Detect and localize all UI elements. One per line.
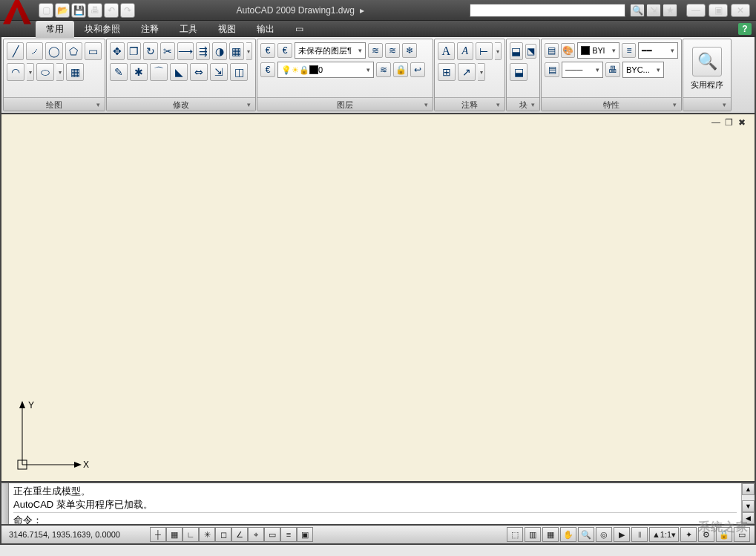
leader-icon[interactable]: ↗ (458, 63, 476, 81)
layer-states-icon[interactable]: € (277, 43, 292, 58)
layer-off-icon[interactable]: ≋ (376, 62, 391, 77)
doc-restore-icon[interactable]: ❐ (725, 117, 735, 128)
anno-scale-icon[interactable]: ⦀ (631, 527, 648, 542)
mirror-icon[interactable]: ◑ (212, 42, 227, 60)
qview-icon[interactable]: ▦ (542, 527, 559, 542)
grid-icon[interactable]: ▦ (166, 527, 183, 542)
tab-tools[interactable]: 工具 (169, 21, 208, 38)
fillet-icon[interactable]: ⌒ (150, 63, 168, 81)
create-block-icon[interactable]: ⬔ (525, 44, 536, 59)
linetype-combo[interactable]: ─── (562, 62, 603, 78)
block-edit-icon[interactable]: ⬓ (510, 63, 527, 81)
ducs-icon[interactable]: ⌖ (248, 527, 264, 542)
polygon-icon[interactable]: ⬠ (65, 42, 82, 60)
osnap-icon[interactable]: ◻ (215, 527, 231, 542)
showmotion-icon[interactable]: ▶ (614, 527, 630, 542)
save-icon[interactable]: 💾 (71, 3, 86, 18)
arc-icon[interactable]: ◠ (7, 63, 24, 81)
measure-icon[interactable]: 🔍 (692, 47, 722, 76)
favorites-icon[interactable]: ★ (663, 4, 677, 17)
plotstyle-combo[interactable]: BYC... (622, 62, 664, 78)
qp-icon[interactable]: ▣ (297, 527, 313, 542)
panel-properties-title[interactable]: 特性 (542, 97, 681, 111)
maximize-button[interactable]: ▣ (709, 4, 728, 17)
ellipse-dropdown[interactable]: ▾ (56, 63, 64, 81)
match-prop-icon[interactable]: 🎨 (561, 43, 575, 58)
snap-icon[interactable]: ┼ (150, 527, 166, 542)
panel-layers-title[interactable]: 图层 (257, 97, 433, 111)
scroll-track[interactable] (742, 495, 755, 500)
layer-iso-icon[interactable]: ≋ (368, 43, 383, 58)
anno-scale-value[interactable]: ▲ 1:1▾ (649, 527, 679, 542)
command-window[interactable]: 正在重生成模型。 AutoCAD 菜单实用程序已加载。 命令： ▲ ▼ ◀ (0, 483, 756, 526)
new-file-icon[interactable]: ▢ (39, 3, 53, 18)
erase-icon[interactable]: ✎ (110, 63, 128, 81)
command-prompt[interactable]: 命令： (13, 514, 737, 524)
table-icon[interactable]: ⊞ (438, 63, 456, 81)
open-file-icon[interactable]: 📂 (55, 3, 70, 18)
layer-filter-combo[interactable]: 未保存的图层¶ (295, 42, 366, 59)
dimension-icon[interactable]: ⊢ (476, 42, 493, 60)
ortho-icon[interactable]: ∟ (183, 527, 199, 542)
panel-annotation-title[interactable]: 注释 (435, 97, 504, 111)
panel-modify-title[interactable]: 修改 (107, 97, 255, 111)
array-icon[interactable]: ▦ (229, 42, 244, 60)
layer-freeze-icon[interactable]: ❄ (402, 43, 417, 58)
command-scrollbar[interactable]: ▲ ▼ ◀ (741, 483, 755, 524)
panel-block-title[interactable]: 块 (507, 97, 539, 111)
ellipse-icon[interactable]: ⬭ (36, 63, 54, 81)
panel-utilities-title[interactable] (683, 97, 731, 111)
copy-icon[interactable]: ❐ (127, 42, 142, 60)
pan-icon[interactable]: ✋ (560, 527, 576, 542)
polar-icon[interactable]: ✳ (199, 527, 215, 542)
print-icon[interactable]: 🖶 (88, 3, 102, 18)
offset-icon[interactable]: ⇶ (196, 42, 211, 60)
rectangle-icon[interactable]: ▭ (85, 42, 102, 60)
command-text[interactable]: 正在重生成模型。 AutoCAD 菜单实用程序已加载。 命令： (9, 483, 741, 524)
text-icon[interactable]: A (457, 42, 474, 60)
command-grip-icon[interactable] (1, 483, 9, 524)
arc-dropdown[interactable]: ▾ (27, 63, 34, 81)
minimize-button[interactable]: — (686, 4, 706, 17)
circle-icon[interactable]: ◯ (45, 42, 62, 60)
anno-vis-icon[interactable]: ✦ (680, 527, 697, 542)
stretch-icon[interactable]: ⇔ (190, 63, 208, 81)
rotate-icon[interactable]: ↻ (143, 42, 158, 60)
insert-block-icon[interactable]: ⬓ (510, 42, 523, 60)
join-icon[interactable]: ◫ (230, 63, 248, 81)
close-button[interactable]: ✕ (731, 4, 750, 17)
lwt-icon[interactable]: ≡ (280, 527, 297, 542)
layer-uniso-icon[interactable]: ≋ (385, 43, 400, 58)
tab-output[interactable]: 输出 (246, 21, 285, 38)
layer-prop-icon[interactable]: € (260, 43, 275, 58)
comm-center-icon[interactable]: ⇲ (646, 4, 661, 17)
color-combo[interactable]: BYl (577, 42, 619, 59)
tab-blocks[interactable]: 块和参照 (74, 21, 131, 38)
scroll-up-icon[interactable]: ▲ (742, 483, 755, 495)
redo-icon[interactable]: ↷ (120, 3, 135, 18)
tab-view[interactable]: 视图 (208, 21, 246, 38)
dyn-icon[interactable]: ▭ (264, 527, 280, 542)
undo-icon[interactable]: ↶ (104, 3, 119, 18)
scroll-down-icon[interactable]: ▼ (742, 500, 755, 512)
linetype-icon[interactable]: ≡ (622, 43, 636, 58)
properties-icon[interactable]: ▤ (545, 43, 559, 58)
layout-icon[interactable]: ▥ (525, 527, 541, 542)
layer-combo[interactable]: 💡☀🔒 0 (277, 62, 374, 78)
coordinates-display[interactable]: 3146.7154, 1935.1639, 0.0000 (1, 530, 150, 539)
tab-extra-icon[interactable]: ▭ (285, 22, 314, 36)
tab-common[interactable]: 常用 (36, 21, 74, 38)
array-dropdown[interactable]: ▾ (246, 42, 252, 60)
move-icon[interactable]: ✥ (110, 42, 125, 60)
plot-style-icon[interactable]: 🖶 (605, 62, 620, 77)
line-icon[interactable]: ╱ (7, 42, 24, 60)
layer-match-icon[interactable]: € (260, 62, 275, 77)
zoom-icon[interactable]: 🔍 (578, 527, 594, 542)
panel-draw-title[interactable]: 绘图 (4, 97, 105, 111)
polyline-icon[interactable]: ⟋ (26, 42, 43, 60)
lineweight-combo[interactable]: ━━ (638, 42, 678, 59)
help-icon[interactable]: ? (738, 23, 752, 35)
scale-icon[interactable]: ⇲ (210, 63, 228, 81)
hatch-icon[interactable]: ▦ (66, 63, 84, 81)
tab-annotate[interactable]: 注释 (131, 21, 169, 38)
